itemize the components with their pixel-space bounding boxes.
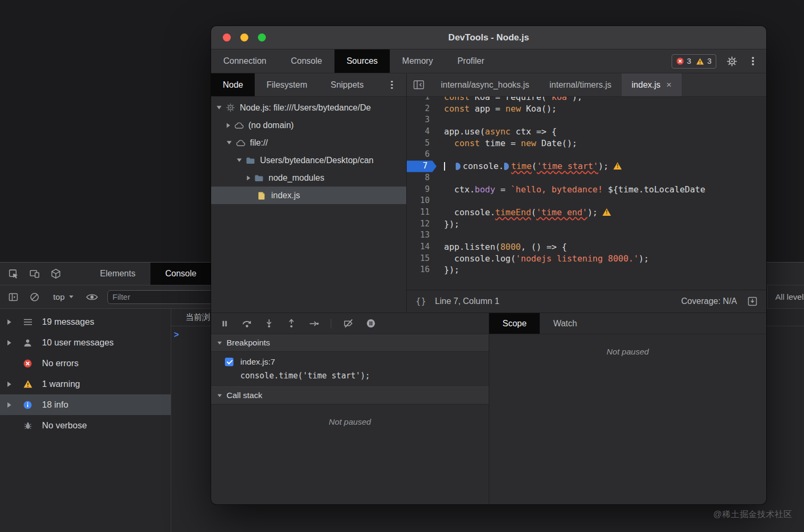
- live-expression-eye-icon[interactable]: [85, 290, 99, 304]
- line-number[interactable]: 16: [407, 264, 437, 276]
- code-line[interactable]: [444, 172, 766, 184]
- issues-badge[interactable]: 3 3: [672, 54, 716, 69]
- collapse-sidebar-icon[interactable]: [413, 80, 424, 90]
- pretty-print-icon[interactable]: {}: [416, 297, 426, 306]
- tab-elements[interactable]: Elements: [85, 263, 150, 285]
- line-number[interactable]: 15: [407, 253, 437, 265]
- file-tab[interactable]: internal/async_hooks.js: [431, 73, 539, 96]
- tree-item[interactable]: Users/bytedance/Desktop/can: [211, 151, 406, 169]
- inspect-element-icon[interactable]: [6, 267, 20, 281]
- context-selector[interactable]: top: [53, 292, 73, 302]
- code-line[interactable]: [444, 195, 766, 207]
- tree-item[interactable]: (no domain): [211, 116, 406, 134]
- console-sidebar-toggle-icon[interactable]: [6, 290, 20, 304]
- chevron-right-icon[interactable]: [227, 123, 230, 128]
- log-levels-dropdown[interactable]: All levels: [767, 285, 804, 308]
- breakpoint-entry[interactable]: index.js:7 console.time('time start');: [211, 352, 489, 387]
- inline-breakpoint-icon[interactable]: [504, 163, 509, 170]
- code-editor[interactable]: 12345678910111213141516 const Koa = requ…: [407, 97, 766, 290]
- tab-console[interactable]: Console: [279, 49, 334, 73]
- code-line[interactable]: });: [444, 264, 766, 276]
- nav-tab-node[interactable]: Node: [211, 73, 255, 96]
- line-number[interactable]: 14: [407, 241, 437, 253]
- code-line[interactable]: const app = new Koa();: [444, 103, 766, 115]
- code-line[interactable]: [444, 114, 766, 126]
- pause-on-exceptions-icon[interactable]: [365, 318, 376, 329]
- settings-gear-icon[interactable]: [726, 55, 738, 67]
- chevron-right-icon[interactable]: [7, 340, 11, 345]
- step-into-icon[interactable]: [264, 318, 274, 329]
- line-number[interactable]: 3: [407, 114, 437, 126]
- nav-tab-snippets[interactable]: Snippets: [319, 73, 375, 96]
- chevron-down-icon[interactable]: [237, 158, 242, 162]
- line-number[interactable]: 9: [407, 184, 437, 196]
- coverage-export-icon[interactable]: [748, 297, 757, 306]
- clear-console-icon[interactable]: [28, 290, 41, 304]
- code-line[interactable]: ctx.body = `hello, bytedance! ${time.toL…: [444, 184, 766, 196]
- tree-item[interactable]: index.js: [211, 187, 406, 204]
- breakpoints-section-header[interactable]: Breakpoints: [211, 334, 489, 352]
- close-icon[interactable]: ×: [666, 80, 672, 89]
- line-number[interactable]: 12: [407, 218, 437, 230]
- line-number[interactable]: 11: [407, 207, 437, 218]
- console-filter-item[interactable]: No errors: [0, 353, 171, 374]
- step-over-icon[interactable]: [241, 318, 252, 329]
- code-line[interactable]: [444, 230, 766, 241]
- tree-item[interactable]: Node.js: file:///Users/bytedance/De: [211, 99, 406, 116]
- line-number[interactable]: 2: [407, 103, 437, 115]
- chevron-right-icon[interactable]: [7, 402, 11, 408]
- nav-tab-filesystem[interactable]: Filesystem: [255, 73, 319, 96]
- cube-3d-icon[interactable]: [49, 267, 63, 281]
- console-filter-item[interactable]: No verbose: [0, 415, 171, 436]
- tree-item[interactable]: file://: [211, 134, 406, 151]
- line-number[interactable]: 6: [407, 149, 437, 161]
- pause-script-icon[interactable]: [219, 318, 230, 329]
- line-number[interactable]: 8: [407, 172, 437, 184]
- code-line[interactable]: app.use(async ctx => {: [444, 126, 766, 138]
- tab-profiler[interactable]: Profiler: [445, 49, 497, 73]
- deactivate-breakpoints-icon[interactable]: [343, 318, 354, 329]
- line-number[interactable]: 5: [407, 138, 437, 149]
- line-number[interactable]: 4: [407, 126, 437, 138]
- tab-watch[interactable]: Watch: [540, 313, 590, 334]
- code-line[interactable]: console.log('nodejs listening 8000.');: [444, 253, 766, 265]
- chevron-down-icon[interactable]: [227, 141, 232, 144]
- line-number[interactable]: 1: [407, 97, 437, 103]
- code-line[interactable]: app.listen(8000, () => {: [444, 241, 766, 253]
- code-line[interactable]: });: [444, 218, 766, 230]
- tab-connection[interactable]: Connection: [211, 49, 279, 73]
- chevron-right-icon[interactable]: [247, 175, 250, 180]
- code-line[interactable]: console.timeEnd('time end');: [444, 207, 766, 218]
- file-tab[interactable]: index.js×: [622, 73, 682, 96]
- chevron-right-icon[interactable]: [7, 382, 11, 387]
- tab-scope[interactable]: Scope: [489, 313, 540, 334]
- tab-console[interactable]: Console: [150, 263, 212, 285]
- warning-icon[interactable]: [602, 208, 611, 216]
- breakpoint-checkbox[interactable]: [225, 358, 233, 366]
- more-options-icon[interactable]: [747, 55, 759, 67]
- tab-sources[interactable]: Sources: [334, 49, 390, 73]
- code-line[interactable]: const Koa = require('koa');: [444, 97, 766, 103]
- inline-breakpoint-icon[interactable]: [456, 163, 460, 170]
- warning-icon[interactable]: [613, 162, 622, 170]
- navigator-more-icon[interactable]: [386, 79, 398, 91]
- step-out-icon[interactable]: [286, 318, 297, 329]
- console-filter-item[interactable]: 10 user messages: [0, 332, 171, 353]
- line-number[interactable]: 10: [407, 195, 437, 207]
- chevron-down-icon[interactable]: [217, 106, 222, 109]
- callstack-section-header[interactable]: Call stack: [211, 387, 489, 404]
- file-tab[interactable]: internal/timers.js: [539, 73, 621, 96]
- code-line[interactable]: console.time('time start');: [444, 161, 766, 172]
- tab-memory[interactable]: Memory: [390, 49, 445, 73]
- tree-item[interactable]: node_modules: [211, 169, 406, 187]
- code-line[interactable]: [444, 149, 766, 161]
- console-filter-item[interactable]: 18 info: [0, 394, 171, 415]
- code-line[interactable]: const time = new Date();: [444, 138, 766, 149]
- line-number[interactable]: 7: [407, 161, 437, 172]
- device-toolbar-icon[interactable]: [28, 267, 41, 281]
- console-filter-item[interactable]: 1 warning: [0, 374, 171, 394]
- step-icon[interactable]: [308, 318, 319, 329]
- console-filter-item[interactable]: 19 messages: [0, 311, 171, 332]
- line-number[interactable]: 13: [407, 230, 437, 241]
- chevron-right-icon[interactable]: [7, 319, 11, 325]
